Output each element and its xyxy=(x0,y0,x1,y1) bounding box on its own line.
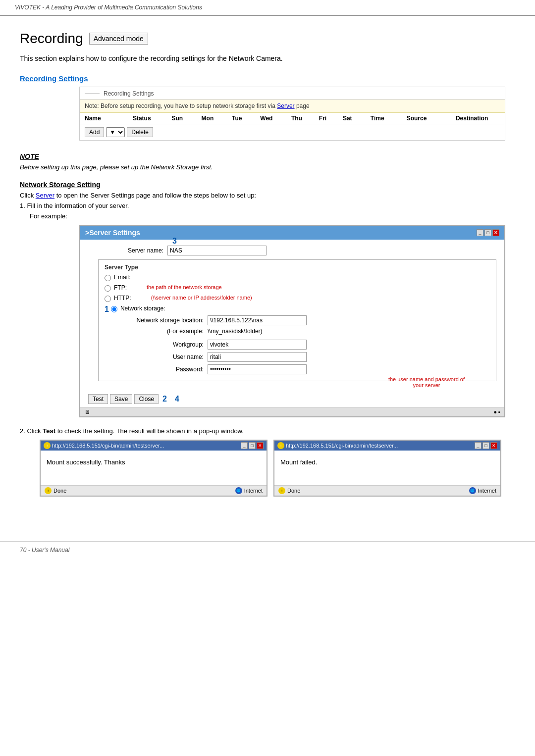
popup-title: >Server Settings xyxy=(85,229,140,237)
network-storage-section: Network Storage Setting Click Server to … xyxy=(20,181,515,220)
server-link-note[interactable]: Server xyxy=(277,102,294,109)
ns-workgroup-input[interactable] xyxy=(208,340,307,350)
success-done: ! Done xyxy=(45,487,66,494)
col-wed: Wed xyxy=(251,113,282,124)
popup-restore-btn[interactable]: □ xyxy=(484,229,491,236)
col-name: Name xyxy=(80,113,121,124)
step-labels: 2 4 xyxy=(162,395,181,403)
success-title-icon: ! xyxy=(44,442,51,449)
failure-close-btn[interactable]: ✕ xyxy=(490,442,497,449)
network-storage-radio[interactable] xyxy=(111,306,117,312)
recording-settings-box: Recording Settings Note: Before setup re… xyxy=(79,87,505,141)
storage-text-line1: Click Server to open the Server Settings… xyxy=(20,192,515,199)
storage-step1: 1. Fill in the information of your serve… xyxy=(20,202,515,209)
ftp-radio[interactable] xyxy=(105,285,111,292)
http-label: HTTP: xyxy=(114,295,131,302)
ns-username-label: User name: xyxy=(121,353,208,360)
ns-example-row: (For example: \\my_nas\disk\folder) xyxy=(121,328,490,335)
ns-location-row: Network storage location: xyxy=(121,315,490,325)
server-name-row: Server name: xyxy=(88,246,496,255)
add-button[interactable]: Add xyxy=(85,127,104,137)
step3-area: Server name: 3 xyxy=(88,246,496,255)
col-sat: Sat xyxy=(334,113,361,124)
http-radio[interactable] xyxy=(105,296,111,302)
network-storage-row-outer: 1 Network storage: Network storage locat… xyxy=(105,305,490,377)
page-title-row: Recording Advanced mode xyxy=(20,31,515,47)
http-radio-row: HTTP: (\\server name or IP address\folde… xyxy=(105,295,490,302)
success-internet-label: Internet xyxy=(244,488,263,494)
save-button[interactable]: Save xyxy=(110,394,132,404)
col-fri: Fri xyxy=(311,113,334,124)
annotation-user-area: the user name and password of your serve… xyxy=(388,376,465,388)
ns-username-input[interactable] xyxy=(208,352,307,362)
success-internet-icon: 🌐 xyxy=(235,487,242,494)
failure-restore-btn[interactable]: □ xyxy=(482,442,489,449)
col-sun: Sun xyxy=(162,113,192,124)
server-link[interactable]: Server xyxy=(36,192,54,199)
ns-workgroup-label: Workgroup: xyxy=(121,341,208,348)
ns-location-input[interactable] xyxy=(208,315,307,325)
success-body: Mount successfully. Thanks xyxy=(41,451,267,485)
step2-number: 2 xyxy=(162,395,167,403)
server-type-title: Server Type xyxy=(105,264,490,271)
close-button[interactable]: Close xyxy=(134,394,159,404)
ftp-radio-row: FTP: the path of the network storage xyxy=(105,284,490,292)
failure-message: Mount failed. xyxy=(280,458,317,466)
success-footer: ! Done 🌐 Internet xyxy=(41,485,267,496)
test-button[interactable]: Test xyxy=(88,394,108,404)
recording-settings-heading: Recording Settings xyxy=(20,74,515,83)
col-time: Time xyxy=(361,113,394,124)
failure-titlebar: ! http://192.168.5.151/cgi-bin/admin/tes… xyxy=(274,441,500,451)
result-windows: ! http://192.168.5.151/cgi-bin/admin/tes… xyxy=(40,440,515,497)
success-title-btns: _ □ ✕ xyxy=(241,442,264,449)
note-section: NOTE Before setting up this page, please… xyxy=(20,152,515,171)
email-radio[interactable] xyxy=(105,275,111,281)
ns-password-input[interactable] xyxy=(208,364,307,374)
failure-done: ! Done xyxy=(278,487,300,494)
add-select[interactable]: ▼ xyxy=(106,127,125,137)
advanced-mode-badge[interactable]: Advanced mode xyxy=(89,33,148,45)
network-storage-label: Network storage: xyxy=(120,305,165,312)
ftp-label: FTP: xyxy=(114,284,127,291)
col-mon: Mon xyxy=(192,113,223,124)
email-label: Email: xyxy=(114,274,130,281)
http-annotation: (\\server name or IP address\folder name… xyxy=(151,295,252,301)
page-title: Recording xyxy=(20,31,83,47)
bottom-bar-icon: 🖥 xyxy=(84,409,90,415)
failure-internet-label: Internet xyxy=(478,488,496,494)
annotation-user: the user name and password of xyxy=(388,376,465,382)
email-radio-row: Email: xyxy=(105,274,490,281)
success-titlebar: ! http://192.168.5.151/cgi-bin/admin/tes… xyxy=(41,441,267,451)
success-minimize-btn[interactable]: _ xyxy=(241,442,248,449)
failure-title-btns: _ □ ✕ xyxy=(475,442,497,449)
network-storage-radio-row: Network storage: xyxy=(111,305,490,312)
success-window: ! http://192.168.5.151/cgi-bin/admin/tes… xyxy=(40,440,268,497)
ns-username-row: User name: xyxy=(121,352,490,362)
failure-internet-icon: 🌐 xyxy=(469,487,476,494)
server-name-input[interactable] xyxy=(167,246,267,255)
popup-minimize-btn[interactable]: _ xyxy=(477,229,483,236)
step2-text: 2. Click Test to check the setting. The … xyxy=(20,427,515,435)
ns-example-label: (For example: xyxy=(121,328,208,335)
popup-close-btn[interactable]: ✕ xyxy=(492,229,499,236)
success-restore-btn[interactable]: □ xyxy=(249,442,256,449)
intro-text: This section explains how to configure t… xyxy=(20,54,515,62)
success-done-icon: ! xyxy=(45,487,52,494)
success-internet: 🌐 Internet xyxy=(235,487,263,494)
note-text: Before setting up this page, please set … xyxy=(20,163,515,171)
col-tue: Tue xyxy=(223,113,251,124)
step1-number: 1 xyxy=(105,305,109,314)
failure-minimize-btn[interactable]: _ xyxy=(475,442,482,449)
network-storage-fields: Network storage location: (For example: … xyxy=(121,315,490,374)
delete-button[interactable]: Delete xyxy=(127,127,153,137)
success-close-btn[interactable]: ✕ xyxy=(257,442,264,449)
recording-table: Name Status Sun Mon Tue Wed Thu Fri Sat … xyxy=(80,113,505,124)
success-title: http://192.168.5.151/cgi-bin/admin/tests… xyxy=(52,443,164,449)
success-message: Mount successfully. Thanks xyxy=(47,458,125,466)
col-thu: Thu xyxy=(282,113,311,124)
main-content: Recording Advanced mode This section exp… xyxy=(0,16,535,526)
failure-window: ! http://192.168.5.151/cgi-bin/admin/tes… xyxy=(273,440,501,497)
failure-internet: 🌐 Internet xyxy=(469,487,496,494)
col-status: Status xyxy=(121,113,163,124)
bottom-bar-dots: ● ▪ xyxy=(493,409,500,415)
